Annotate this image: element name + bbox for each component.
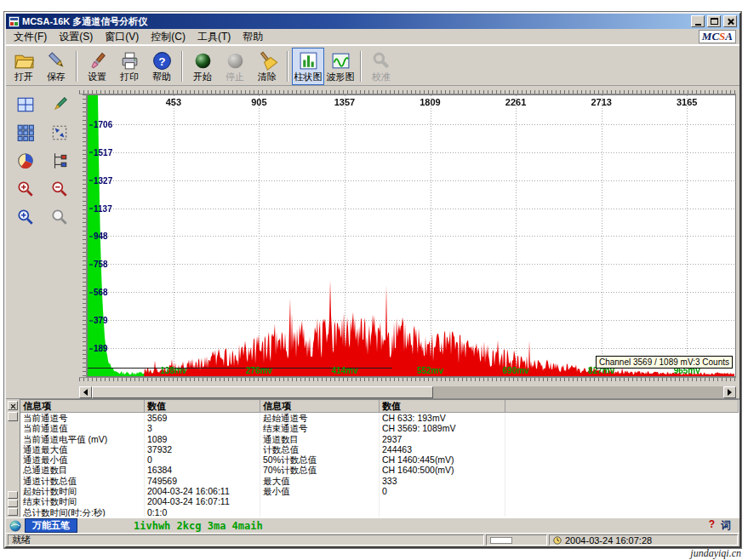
label-cell: 总计数时间(时:分:秒)	[20, 507, 145, 517]
menu-item-settings[interactable]: 设置(S)	[53, 28, 99, 46]
toolbar-stop-button[interactable]: 停止	[219, 48, 251, 85]
tile-tool-button[interactable]	[14, 93, 37, 117]
info-panel-close-button[interactable]	[8, 401, 18, 410]
toolbar-calibrate-label: 校准	[372, 72, 391, 82]
value-cell: CH 3569: 1089mV	[380, 423, 505, 433]
scroll-left-button[interactable]	[79, 386, 92, 398]
plot-area[interactable]: 453138mv905276mv1357414mv1809552mv226169…	[87, 94, 736, 377]
status-bar: 就绪 2004-03-24 16:07:28	[6, 533, 739, 546]
value-cell: 16384	[145, 465, 260, 475]
toolbar-help-label: 帮助	[152, 72, 171, 82]
toolbar: 打开 保存 设置	[6, 45, 739, 86]
label-cell: 50%计数总值	[260, 454, 380, 465]
x-axis-channel-label: 1357	[334, 97, 355, 107]
histogram-canvas[interactable]	[88, 95, 735, 376]
toolbar-calibrate-button[interactable]: 校准	[365, 48, 397, 85]
dock-button-2[interactable]	[8, 500, 18, 507]
ime-name-badge[interactable]: 万能五笔	[25, 518, 77, 533]
info-table-body: 当前通道号3569起始通道号CH 633: 193mV当前通道值3结束通道号CH…	[20, 413, 739, 517]
ime-word-mode-button[interactable]: 词	[721, 518, 731, 533]
toolbar-separator	[360, 51, 362, 82]
toolbar-setup-button[interactable]: 设置	[81, 48, 113, 85]
toolbar-open-button[interactable]: 打开	[8, 48, 40, 85]
toolbar-clear-button[interactable]: 清除	[251, 48, 283, 85]
value-cell: 0	[145, 454, 260, 465]
close-button[interactable]	[723, 15, 737, 27]
label-cell: 结束通道号	[260, 423, 380, 433]
tile-windows-icon	[16, 95, 35, 114]
table-row: 结束计数时间2004-03-24 16:07:11	[20, 496, 739, 506]
toolbar-setup-label: 设置	[88, 72, 106, 82]
y-axis-label: 189	[89, 344, 108, 353]
menu-bar: 文件(F)设置(S)窗口(V)控制(C)工具(T)帮助 MCSA	[6, 29, 739, 45]
tree-tool-button[interactable]	[48, 149, 71, 173]
main-area: 453138mv905276mv1357414mv1809552mv226169…	[6, 86, 739, 398]
maximize-button[interactable]	[707, 15, 721, 27]
ime-help-button[interactable]: ?	[709, 518, 715, 533]
histogram-icon	[298, 50, 319, 71]
scroll-right-button[interactable]	[723, 386, 736, 398]
help-icon: ?	[151, 50, 173, 71]
menu-item-help[interactable]: 帮助	[237, 28, 269, 46]
value-cell: 2004-03-24 16:07:11	[145, 496, 260, 506]
info-panel-pin-button[interactable]	[8, 412, 18, 421]
toolbar-separator	[287, 51, 288, 82]
filler-cell	[505, 476, 739, 486]
pencil-icon	[50, 95, 69, 114]
zoom-in-tool-button[interactable]	[14, 177, 37, 201]
minimize-button[interactable]	[691, 15, 705, 27]
value-cell: 0	[380, 486, 505, 496]
toolbar-save-button[interactable]: 保存	[40, 48, 72, 85]
menu-item-file[interactable]: 文件(F)	[8, 28, 53, 46]
scrollbar-thumb[interactable]	[92, 386, 433, 398]
toolbar-separator	[76, 51, 77, 82]
label-cell: 最小值	[260, 486, 380, 496]
header-value-2: 数值	[380, 400, 505, 413]
menu-item-window[interactable]: 窗口(V)	[99, 28, 145, 46]
toolbar-clear-label: 清除	[258, 72, 277, 82]
y-axis-label: 568	[89, 288, 108, 297]
x-axis-channel-label: 453	[166, 97, 181, 107]
filler-cell	[505, 434, 739, 444]
zoom-window-icon	[16, 208, 35, 226]
toolbar-start-button[interactable]: 开始	[186, 48, 219, 85]
toolbar-histogram-button[interactable]: 柱状图	[292, 48, 324, 85]
tool-palette	[6, 86, 79, 398]
label-cell: 起始通道号	[260, 413, 380, 423]
menu-bar-items: 文件(F)设置(S)窗口(V)控制(C)工具(T)帮助	[8, 28, 269, 46]
table-row: 当前通道号3569起始通道号CH 633: 193mV	[20, 413, 739, 423]
menu-item-tools[interactable]: 工具(T)	[191, 28, 237, 46]
toolbar-waveform-button[interactable]: 波形图	[324, 48, 357, 85]
ime-candidates[interactable]: 1ivhwh 2kcg 3ma 4maih	[134, 520, 263, 532]
filler-cell	[505, 486, 739, 496]
dock-mini-toolbar	[8, 491, 18, 516]
dock-button-3[interactable]	[8, 508, 18, 516]
toolbar-help-button[interactable]: ? 帮助	[146, 48, 178, 85]
label-cell: 计数总值	[260, 444, 380, 454]
scrollbar-track[interactable]	[433, 386, 723, 398]
value-cell: 3569	[145, 413, 260, 423]
x-axis-mv-label: 414mv	[331, 366, 357, 375]
menu-item-control[interactable]: 控制(C)	[145, 28, 191, 46]
filler-cell	[505, 444, 739, 454]
zoom-out-tool-button[interactable]	[48, 177, 71, 201]
zoom-out-icon	[50, 180, 69, 198]
label-cell: 最大值	[260, 476, 380, 486]
header-info-item-1: 信息项	[20, 400, 145, 413]
zoom-reset-tool-button[interactable]	[48, 205, 71, 229]
zoom-window-tool-button[interactable]	[14, 205, 37, 229]
grid-tool-button[interactable]	[14, 121, 37, 145]
open-folder-icon	[14, 50, 35, 71]
select-region-tool-button[interactable]	[48, 121, 71, 145]
edit-tool-button[interactable]	[48, 93, 71, 117]
info-panel-strip	[6, 399, 20, 517]
value-cell: 2004-03-24 16:06:11	[145, 486, 260, 496]
table-row: 通道最大值37932计数总值244463	[20, 444, 739, 454]
table-row: 总计数时间(时:分:秒)0:1:0	[20, 507, 739, 517]
x-axis-mv-label: 138mv	[160, 366, 186, 375]
color-wheel-tool-button[interactable]	[14, 149, 37, 173]
ime-right-controls: ? 词	[709, 518, 736, 533]
horizontal-scrollbar	[79, 386, 736, 398]
dock-button-1[interactable]	[8, 491, 18, 499]
toolbar-print-button[interactable]: 打印	[113, 48, 146, 85]
